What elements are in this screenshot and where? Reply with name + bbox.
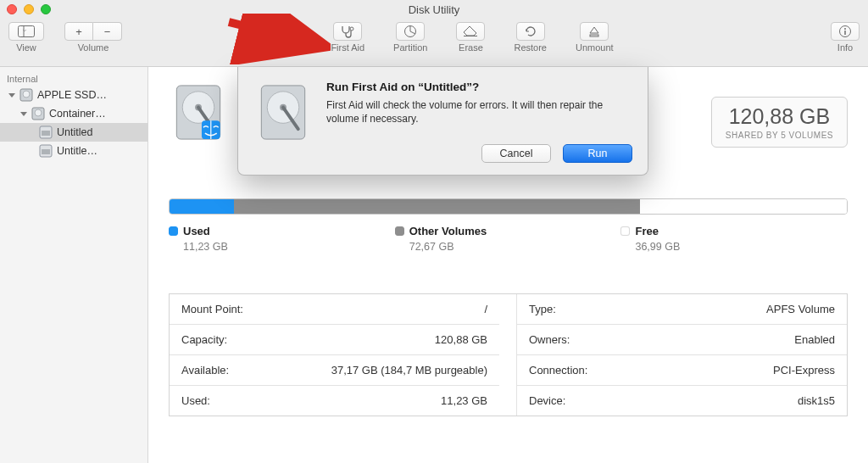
erase-icon bbox=[463, 25, 478, 37]
svg-marker-18 bbox=[8, 93, 15, 98]
svg-marker-19 bbox=[20, 112, 27, 116]
view-group: View bbox=[8, 22, 44, 53]
erase-button[interactable] bbox=[456, 22, 485, 41]
info-table: Mount Point:/ Capacity:120,88 GB Availab… bbox=[169, 293, 848, 416]
swatch-free bbox=[620, 226, 630, 236]
usage-legend: Used 11,23 GB Other Volumes 72,67 GB Fre… bbox=[169, 225, 848, 253]
svg-point-16 bbox=[844, 28, 846, 30]
volume-label: Volume bbox=[78, 42, 109, 53]
svg-line-21 bbox=[229, 22, 314, 43]
restore-icon bbox=[524, 25, 537, 38]
legend-free-label: Free bbox=[635, 225, 658, 237]
titlebar: Disk Utility bbox=[0, 0, 868, 19]
info-available-label: Available: bbox=[181, 364, 229, 377]
usage-segment-other bbox=[234, 199, 640, 214]
minus-icon: − bbox=[104, 25, 111, 38]
capacity-box: 120,88 GB SHARED BY 5 VOLUMES bbox=[711, 97, 848, 148]
info-mount-label: Mount Point: bbox=[181, 303, 243, 315]
sidebar-item-label: Container… bbox=[49, 108, 106, 120]
view-button[interactable] bbox=[8, 22, 44, 41]
info-button[interactable] bbox=[831, 22, 860, 41]
unmount-label: Unmount bbox=[576, 42, 614, 53]
sidebar-item-apple-ssd[interactable]: APPLE SSD… bbox=[0, 86, 147, 104]
cancel-button[interactable]: Cancel bbox=[481, 144, 551, 163]
capacity-subtitle: SHARED BY 5 VOLUMES bbox=[726, 131, 833, 140]
legend-other-label: Other Volumes bbox=[409, 225, 487, 237]
stethoscope-icon bbox=[339, 25, 356, 38]
remove-volume-button[interactable]: − bbox=[93, 22, 122, 41]
info-owners-label: Owners: bbox=[529, 333, 570, 346]
chevron-down-icon bbox=[20, 110, 27, 117]
usage-segment-used bbox=[170, 199, 234, 214]
info-type-value: APFS Volume bbox=[766, 303, 835, 315]
sidebar: Internal APPLE SSD… Container… Untitled … bbox=[0, 67, 148, 463]
info-owners-value: Enabled bbox=[794, 333, 835, 346]
sidebar-item-label: Untitle… bbox=[57, 145, 97, 157]
legend-other-value: 72,67 GB bbox=[409, 241, 621, 253]
info-label: Info bbox=[837, 42, 853, 53]
info-capacity-label: Capacity: bbox=[181, 333, 227, 346]
info-used-label: Used: bbox=[181, 394, 210, 407]
firstaid-label: First Aid bbox=[331, 42, 364, 53]
svg-rect-14 bbox=[590, 35, 598, 36]
svg-rect-8 bbox=[19, 26, 35, 37]
swatch-used bbox=[169, 226, 178, 236]
usage-segment-free bbox=[640, 199, 847, 214]
toolbar: View + − Volume First Aid Partition Eras… bbox=[0, 19, 868, 67]
unmount-button[interactable] bbox=[580, 22, 609, 41]
capacity-value: 120,88 GB bbox=[726, 104, 833, 129]
sidebar-section-internal: Internal bbox=[0, 70, 147, 86]
window-title: Disk Utility bbox=[0, 3, 868, 16]
swatch-other bbox=[395, 226, 404, 236]
dialog-title: Run First Aid on “Untitled”? bbox=[326, 81, 632, 93]
annotation-arrow bbox=[225, 14, 331, 64]
sidebar-item-label: APPLE SSD… bbox=[37, 89, 107, 101]
restore-label: Restore bbox=[514, 42, 547, 53]
erase-label: Erase bbox=[459, 42, 483, 53]
volume-icon bbox=[39, 144, 53, 158]
eject-icon bbox=[588, 25, 600, 37]
sidebar-icon bbox=[18, 25, 35, 37]
run-button[interactable]: Run bbox=[563, 144, 632, 163]
info-mount-value: / bbox=[484, 303, 487, 315]
container-icon bbox=[31, 107, 45, 120]
svg-point-10 bbox=[350, 27, 353, 31]
volume-group: + − Volume bbox=[64, 22, 122, 53]
svg-marker-13 bbox=[590, 27, 598, 33]
sidebar-item-volume-untitled[interactable]: Untitled bbox=[0, 123, 147, 142]
info-available-value: 37,17 GB (184,7 MB purgeable) bbox=[331, 364, 487, 377]
chevron-down-icon bbox=[8, 92, 15, 98]
plus-icon: + bbox=[75, 25, 82, 38]
info-capacity-value: 120,88 GB bbox=[435, 333, 487, 346]
volume-hero-icon bbox=[169, 81, 228, 144]
legend-used-value: 11,23 GB bbox=[183, 241, 395, 253]
sidebar-item-volume-untitled-1[interactable]: Untitle… bbox=[0, 142, 147, 160]
piechart-icon bbox=[403, 25, 417, 38]
legend-free-value: 36,99 GB bbox=[635, 241, 847, 253]
firstaid-button[interactable] bbox=[333, 22, 362, 41]
restore-button[interactable] bbox=[516, 22, 545, 41]
volume-icon bbox=[39, 126, 53, 139]
dialog-message: First Aid will check the volume for erro… bbox=[326, 98, 632, 126]
view-label: View bbox=[16, 42, 36, 53]
dialog-disk-icon bbox=[253, 81, 313, 144]
info-icon bbox=[838, 25, 852, 38]
sidebar-item-container[interactable]: Container… bbox=[0, 104, 147, 123]
disk-icon bbox=[19, 88, 33, 102]
info-type-label: Type: bbox=[529, 303, 556, 315]
info-device-label: Device: bbox=[529, 394, 565, 407]
info-connection-label: Connection: bbox=[529, 364, 587, 377]
firstaid-dialog: Run First Aid on “Untitled”? First Aid w… bbox=[237, 67, 648, 176]
info-device-value: disk1s5 bbox=[798, 394, 835, 407]
partition-button[interactable] bbox=[396, 22, 425, 41]
sidebar-item-label: Untitled bbox=[57, 126, 92, 138]
info-used-value: 11,23 GB bbox=[441, 394, 487, 407]
usage-bar bbox=[169, 198, 848, 215]
partition-label: Partition bbox=[393, 42, 427, 53]
add-volume-button[interactable]: + bbox=[64, 22, 93, 41]
legend-used-label: Used bbox=[183, 225, 210, 237]
info-connection-value: PCI-Express bbox=[773, 364, 835, 377]
